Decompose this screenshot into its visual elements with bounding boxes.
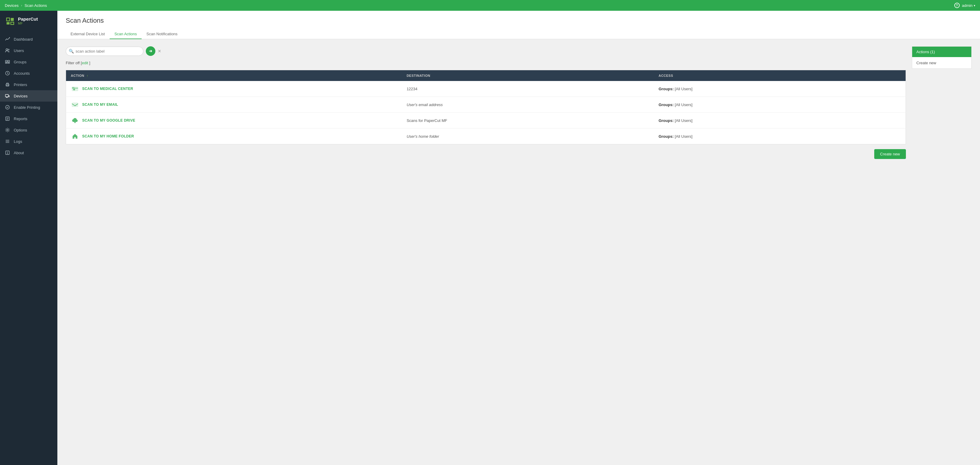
svg-rect-29 xyxy=(72,103,78,107)
breadcrumb-sep: › xyxy=(21,3,22,7)
svg-rect-10 xyxy=(6,85,8,86)
topbar-right: ? admin ▾ xyxy=(954,3,975,8)
action-link-0[interactable]: SCAN TO MEDICAL CENTER xyxy=(82,87,133,91)
logo: PaperCut MF xyxy=(0,11,57,31)
sidebar-item-groups-label: Groups xyxy=(14,60,27,64)
table-row: SCAN TO MY GOOGLE DRIVE Scans for PaperC… xyxy=(66,113,906,129)
filter-edit-link[interactable]: edit xyxy=(82,61,88,65)
scan-home-icon xyxy=(72,133,78,140)
svg-rect-4 xyxy=(5,61,7,62)
breadcrumb-devices[interactable]: Devices xyxy=(5,3,19,8)
actions-panel: Actions (1) Create new xyxy=(912,46,972,69)
filter-bar: Filter off [edit ] xyxy=(66,61,906,65)
tab-external-device-list[interactable]: External Device List xyxy=(66,29,110,39)
search-icon: 🔍 xyxy=(69,49,74,54)
search-input[interactable] xyxy=(66,47,143,56)
page-tabs: External Device List Scan Actions Scan N… xyxy=(66,29,972,39)
sidebar-item-enable-printing-label: Enable Printing xyxy=(14,105,40,110)
sidebar-item-accounts[interactable]: Accounts xyxy=(0,67,57,79)
admin-label: admin xyxy=(962,3,972,8)
topbar: Devices › Scan Actions ? admin ▾ xyxy=(0,0,980,11)
sidebar-item-reports[interactable]: Reports xyxy=(0,113,57,124)
filter-status: Filter off [ xyxy=(66,61,82,65)
row-icon-0 xyxy=(71,84,79,93)
table-footer: Create new xyxy=(66,149,906,159)
create-new-button-bottom[interactable]: Create new xyxy=(874,149,906,159)
col-header-destination: DESTINATION xyxy=(402,70,654,81)
cell-access-0: Groups: [All Users] xyxy=(654,81,905,97)
table-body: SCAN TO MEDICAL CENTER 12234 Groups: [Al… xyxy=(66,81,906,144)
sidebar-item-printers-label: Printers xyxy=(14,83,27,87)
sidebar-item-logs[interactable]: Logs xyxy=(0,136,57,147)
sidebar-item-dashboard[interactable]: Dashboard xyxy=(0,33,57,45)
search-input-wrapper: 🔍 xyxy=(66,47,143,56)
svg-rect-12 xyxy=(5,94,8,97)
action-link-2[interactable]: SCAN TO MY GOOGLE DRIVE xyxy=(82,118,135,123)
svg-point-2 xyxy=(6,49,8,51)
sidebar-item-options[interactable]: Options xyxy=(0,124,57,136)
search-clear-button[interactable]: ✕ xyxy=(158,49,161,54)
sidebar: PaperCut MF Dashboard Users xyxy=(0,11,57,465)
users-icon xyxy=(5,48,10,53)
row-icon-3 xyxy=(71,132,79,140)
sidebar-item-about[interactable]: About xyxy=(0,147,57,158)
svg-point-11 xyxy=(8,84,9,84)
action-link-3[interactable]: SCAN TO MY HOME FOLDER xyxy=(82,134,134,139)
sidebar-item-enable-printing[interactable]: Enable Printing xyxy=(0,102,57,113)
svg-point-15 xyxy=(6,105,10,109)
chart-icon xyxy=(5,37,10,42)
about-icon xyxy=(5,150,10,155)
scan-cloud-icon xyxy=(72,117,78,124)
cell-destination-3: User's home folder xyxy=(402,129,654,144)
cell-access-1: Groups: [All Users] xyxy=(654,97,905,113)
sidebar-item-dashboard-label: Dashboard xyxy=(14,37,33,41)
scan-folder-icon xyxy=(72,86,78,92)
tab-scan-actions[interactable]: Scan Actions xyxy=(110,29,142,39)
svg-point-20 xyxy=(7,129,8,131)
svg-rect-28 xyxy=(72,87,75,88)
svg-point-3 xyxy=(8,49,9,50)
options-icon xyxy=(5,127,10,133)
filter-bracket-close: ] xyxy=(88,61,90,65)
tab-scan-notifications[interactable]: Scan Notifications xyxy=(142,29,182,39)
sidebar-item-about-label: About xyxy=(14,151,24,155)
logs-icon xyxy=(5,139,10,144)
table-header-row: ACTION ↑ DESTINATION ACCESS xyxy=(66,70,906,81)
sidebar-nav: Dashboard Users Groups Accounts xyxy=(0,31,57,465)
cell-action-1: SCAN TO MY EMAIL xyxy=(66,97,402,113)
sidebar-item-accounts-label: Accounts xyxy=(14,71,30,76)
groups-icon xyxy=(5,59,10,65)
cell-action-0: SCAN TO MEDICAL CENTER xyxy=(66,81,402,97)
action-link-1[interactable]: SCAN TO MY EMAIL xyxy=(82,102,118,107)
admin-dropdown[interactable]: admin ▾ xyxy=(962,3,975,8)
table-row: SCAN TO MEDICAL CENTER 12234 Groups: [Al… xyxy=(66,81,906,97)
help-icon[interactable]: ? xyxy=(954,3,960,8)
table-row: SCAN TO MY EMAIL User's email address Gr… xyxy=(66,97,906,113)
sidebar-item-printers[interactable]: Printers xyxy=(0,79,57,90)
chevron-down-icon: ▾ xyxy=(974,4,975,7)
scan-email-icon xyxy=(72,101,78,108)
main-layout: PaperCut MF Dashboard Users xyxy=(0,11,980,465)
accounts-icon xyxy=(5,70,10,76)
printers-icon xyxy=(5,82,10,87)
sort-up-icon: ↑ xyxy=(87,74,88,77)
sidebar-item-groups[interactable]: Groups xyxy=(0,56,57,67)
cell-destination-0: 12234 xyxy=(402,81,654,97)
cell-access-2: Groups: [All Users] xyxy=(654,113,905,129)
breadcrumb-scan-actions: Scan Actions xyxy=(24,3,47,8)
page-title: Scan Actions xyxy=(66,17,972,24)
breadcrumb: Devices › Scan Actions xyxy=(5,3,47,8)
papercut-logo-icon xyxy=(5,16,16,26)
enable-printing-icon xyxy=(5,105,10,110)
sidebar-item-users[interactable]: Users xyxy=(0,45,57,56)
search-submit-button[interactable] xyxy=(146,46,155,56)
svg-rect-5 xyxy=(8,61,10,62)
svg-rect-6 xyxy=(5,62,7,63)
sidebar-item-users-label: Users xyxy=(14,48,24,53)
actions-create-new-link[interactable]: Create new xyxy=(916,61,936,65)
sidebar-item-devices[interactable]: Devices xyxy=(0,90,57,102)
svg-rect-30 xyxy=(74,137,76,139)
reports-icon xyxy=(5,116,10,121)
sidebar-item-options-label: Options xyxy=(14,128,27,132)
svg-rect-7 xyxy=(8,62,10,63)
